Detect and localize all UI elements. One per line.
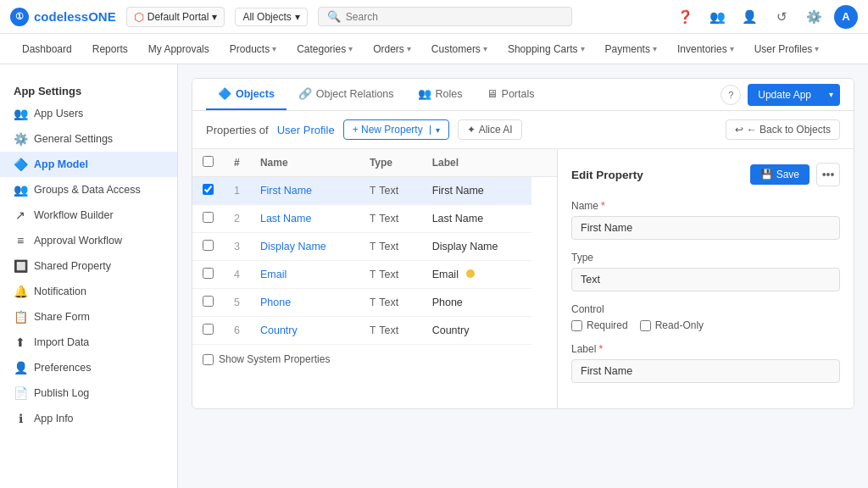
users-icon-btn[interactable]: 👥 [705, 5, 729, 29]
tab-portals[interactable]: 🖥 Portals [475, 79, 547, 110]
save-button[interactable]: 💾 Save [750, 164, 810, 185]
row-type: T Text [359, 317, 422, 345]
chevron-icon: ▾ [272, 44, 276, 53]
portal-selector[interactable]: ⬡ Default Portal ▾ [126, 7, 225, 27]
name-link[interactable]: Country [260, 324, 298, 336]
sidebar-item-share-form[interactable]: 📋 Share Form [0, 304, 177, 330]
nav-item-myapprovals[interactable]: My Approvals [140, 38, 218, 60]
save-label: Save [776, 169, 799, 180]
save-icon: 💾 [760, 169, 773, 180]
sidebar-item-label: Shared Property [34, 260, 111, 272]
nav-item-orders[interactable]: Orders▾ [364, 38, 420, 60]
nav-item-categories[interactable]: Categories▾ [288, 38, 361, 60]
control-field-label: Control [571, 303, 840, 315]
table-row[interactable]: 5 Phone T Text Phone [192, 289, 557, 317]
required-checkbox[interactable] [571, 320, 582, 331]
show-system-checkbox[interactable] [203, 354, 214, 365]
sidebar-item-workflow-builder[interactable]: ↗ Workflow Builder [0, 202, 177, 228]
update-app-button[interactable]: Update App ▾ [748, 84, 840, 106]
readonly-checkbox[interactable] [640, 320, 651, 331]
tab-objects[interactable]: 🔷 Objects [206, 79, 287, 110]
sidebar-item-app-model[interactable]: 🔷 App Model [0, 152, 177, 177]
sidebar-item-publish-log[interactable]: 📄 Publish Log [0, 380, 177, 406]
allobjects-selector[interactable]: All Objects ▾ [235, 8, 307, 26]
row-checkbox[interactable] [203, 324, 214, 335]
nav-item-reports[interactable]: Reports [84, 38, 136, 60]
name-link[interactable]: Last Name [260, 213, 311, 225]
table-row[interactable]: 4 Email T Text Email [192, 261, 557, 289]
type-field-input[interactable] [571, 268, 840, 291]
sidebar-item-general-settings[interactable]: ⚙️ General Settings [0, 126, 177, 152]
sidebar-item-groups-data-access[interactable]: 👥 Groups & Data Access [0, 177, 177, 202]
readonly-checkbox-label[interactable]: Read-Only [640, 319, 704, 331]
row-checkbox[interactable] [203, 240, 214, 251]
required-label: Required [587, 319, 628, 331]
name-link[interactable]: Display Name [260, 241, 326, 252]
logo[interactable]: ① codelessONE [10, 8, 116, 26]
header-checkbox-col [192, 149, 224, 177]
sidebar-item-app-info[interactable]: ℹ App Info [0, 406, 177, 431]
sidebar-item-notification[interactable]: 🔔 Notification [0, 279, 177, 304]
nav-item-inventories[interactable]: Inventories▾ [669, 38, 743, 60]
properties-table: # Name Type Label 1 First Name [192, 149, 557, 345]
row-checkbox-cell [192, 177, 224, 205]
info-icon: ℹ [14, 412, 27, 425]
help-button[interactable]: ? [721, 85, 741, 105]
sidebar-item-preferences[interactable]: 👤 Preferences [0, 355, 177, 380]
table-row[interactable]: 1 First Name T Text First Name [192, 177, 557, 205]
avatar[interactable]: A [834, 5, 858, 29]
sidebar-item-app-users[interactable]: 👥 App Users [0, 101, 177, 126]
name-field-input[interactable] [571, 216, 840, 240]
split-view: # Name Type Label 1 First Name [192, 149, 854, 408]
back-to-objects-button[interactable]: ↩ ← Back to Objects [726, 119, 840, 140]
show-system-properties[interactable]: Show System Properties [192, 345, 557, 374]
label-field-input[interactable] [571, 359, 840, 383]
refresh-icon-btn[interactable]: ↺ [770, 5, 793, 29]
table-row[interactable]: 3 Display Name T Text Display Name [192, 233, 557, 261]
row-label: Email [422, 261, 531, 289]
search-input[interactable] [346, 11, 563, 23]
row-checkbox[interactable] [203, 268, 214, 279]
sidebar-item-import-data[interactable]: ⬆ Import Data [0, 330, 177, 355]
sidebar-item-label: Publish Log [34, 387, 89, 399]
name-link[interactable]: First Name [260, 185, 312, 197]
nav-item-dashboard[interactable]: Dashboard [14, 38, 81, 60]
table-row[interactable]: 6 Country T Text Country [192, 317, 557, 345]
tab-roles[interactable]: 👥 Roles [406, 79, 475, 110]
control-field-group: Control Required Read-Only [571, 303, 840, 331]
row-num: 4 [224, 261, 250, 289]
gear-icon: ⚙️ [14, 132, 27, 146]
nav-item-payments[interactable]: Payments▾ [597, 38, 665, 60]
objects-tab-icon: 🔷 [218, 87, 231, 100]
sidebar-item-shared-property[interactable]: 🔲 Shared Property [0, 253, 177, 279]
user-profile-link[interactable]: User Profile [277, 124, 335, 136]
nav-item-products[interactable]: Products▾ [221, 38, 285, 60]
help-icon-btn[interactable]: ❓ [673, 5, 697, 29]
new-property-caret-icon: ▾ [430, 125, 440, 135]
tab-object-relations[interactable]: 🔗 Object Relations [287, 79, 406, 110]
navbar: Dashboard Reports My Approvals Products▾… [0, 34, 868, 64]
table-row[interactable]: 2 Last Name T Text Last Name [192, 205, 557, 233]
name-link[interactable]: Phone [260, 297, 291, 308]
table-section: # Name Type Label 1 First Name [192, 149, 557, 408]
nav-item-userprofiles[interactable]: User Profiles▾ [746, 38, 828, 60]
row-checkbox[interactable] [203, 296, 214, 307]
tab-label: Portals [502, 88, 535, 100]
update-app-caret-icon[interactable]: ▾ [822, 85, 840, 104]
more-options-button[interactable]: ••• [816, 163, 840, 186]
nav-item-shoppingcarts[interactable]: Shopping Carts▾ [499, 38, 593, 60]
sidebar-item-approval-workflow[interactable]: ≡ Approval Workflow [0, 228, 177, 253]
person-icon-btn[interactable]: 👤 [737, 5, 761, 29]
row-checkbox[interactable] [203, 212, 214, 223]
name-link[interactable]: Email [260, 269, 287, 280]
settings-icon-btn[interactable]: ⚙️ [802, 5, 826, 29]
select-all-checkbox[interactable] [203, 156, 214, 167]
alice-ai-button[interactable]: ✦ Alice AI [458, 119, 522, 140]
type-t-icon: T [370, 213, 376, 225]
row-checkbox[interactable] [203, 184, 214, 195]
new-property-button[interactable]: + New Property ▾ [343, 119, 449, 140]
sidebar-item-label: Share Form [34, 311, 90, 323]
type-value: Text [379, 269, 398, 280]
required-checkbox-label[interactable]: Required [571, 319, 628, 331]
nav-item-customers[interactable]: Customers▾ [423, 38, 496, 60]
